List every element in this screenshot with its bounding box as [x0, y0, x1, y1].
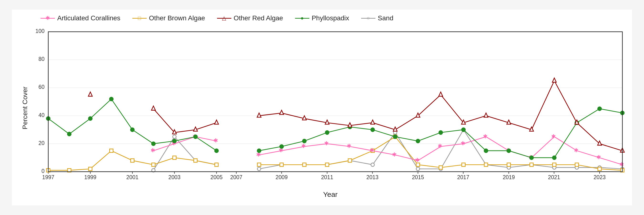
svg-text:80: 80 [38, 56, 44, 62]
svg-rect-74 [325, 163, 329, 166]
svg-text:✱: ✱ [324, 140, 329, 146]
svg-text:60: 60 [38, 84, 44, 90]
svg-rect-66 [131, 159, 134, 162]
legend-item-corallines: ✱ Articulated Corallines [40, 14, 120, 22]
legend-label-corallines: Articulated Corallines [57, 14, 120, 22]
svg-point-124 [393, 135, 397, 139]
svg-rect-85 [575, 163, 579, 166]
svg-text:✱: ✱ [214, 137, 218, 144]
legend-item-brown: □ Other Brown Algae [132, 14, 205, 22]
svg-text:✱: ✱ [483, 133, 488, 139]
svg-text:✱: ✱ [392, 151, 397, 158]
svg-text:2015: 2015 [412, 174, 424, 180]
svg-point-113 [130, 128, 134, 132]
svg-text:2013: 2013 [366, 174, 378, 180]
svg-rect-67 [152, 163, 155, 166]
legend-item-sand: ○ Sand [361, 14, 393, 22]
svg-text:40: 40 [38, 112, 44, 118]
svg-text:✱: ✱ [438, 143, 442, 149]
legend-label-brown: Other Brown Algae [149, 14, 205, 22]
svg-point-131 [552, 156, 556, 160]
legend-item-red: △ Other Red Algae [217, 14, 283, 22]
svg-rect-78 [416, 163, 420, 166]
y-axis-label: Percent Cover [21, 87, 29, 129]
svg-text:2011: 2011 [321, 174, 333, 180]
svg-rect-82 [507, 163, 511, 166]
svg-point-126 [439, 130, 443, 134]
svg-rect-72 [280, 163, 283, 166]
svg-point-110 [67, 132, 71, 136]
svg-rect-80 [462, 163, 465, 166]
svg-point-120 [302, 139, 306, 143]
svg-point-118 [257, 149, 261, 153]
svg-text:100: 100 [36, 28, 44, 34]
svg-text:✱: ✱ [301, 143, 306, 149]
svg-rect-70 [215, 163, 218, 166]
svg-rect-86 [598, 167, 602, 171]
svg-text:2021: 2021 [548, 174, 560, 180]
svg-text:✱: ✱ [415, 157, 420, 163]
svg-text:✱: ✱ [620, 161, 624, 167]
svg-rect-81 [484, 163, 488, 166]
svg-point-130 [530, 156, 534, 160]
svg-point-111 [88, 117, 92, 121]
svg-point-127 [462, 128, 466, 132]
chart-svg: 0 20 40 60 80 100 [34, 27, 627, 189]
svg-rect-71 [257, 163, 261, 166]
svg-point-52 [416, 167, 420, 171]
svg-text:2019: 2019 [503, 174, 515, 180]
svg-text:2009: 2009 [276, 174, 288, 180]
svg-point-50 [371, 163, 374, 166]
svg-rect-79 [439, 166, 442, 169]
x-axis-label: Year [323, 190, 338, 198]
svg-rect-69 [194, 159, 197, 162]
svg-text:2007: 2007 [230, 174, 242, 180]
svg-rect-73 [303, 163, 306, 166]
legend: ✱ Articulated Corallines □ Other Brown A… [40, 14, 627, 22]
svg-rect-0 [48, 32, 622, 172]
svg-text:1997: 1997 [42, 174, 54, 180]
svg-text:0: 0 [42, 168, 44, 174]
svg-point-117 [214, 149, 218, 153]
svg-point-116 [194, 135, 198, 139]
svg-rect-84 [553, 163, 556, 166]
svg-point-42 [173, 135, 176, 139]
svg-point-129 [507, 149, 511, 153]
svg-text:2017: 2017 [457, 174, 470, 180]
svg-text:2003: 2003 [168, 174, 180, 180]
svg-point-123 [371, 128, 375, 132]
svg-text:✱: ✱ [370, 147, 374, 153]
svg-point-112 [110, 97, 114, 101]
svg-text:✱: ✱ [347, 143, 351, 149]
svg-text:2023: 2023 [594, 174, 606, 180]
svg-point-133 [598, 107, 602, 111]
legend-label-sand: Sand [378, 14, 393, 22]
svg-text:✱: ✱ [150, 147, 155, 153]
svg-rect-68 [173, 156, 176, 160]
svg-point-115 [172, 139, 176, 143]
svg-text:2001: 2001 [126, 174, 138, 180]
svg-point-125 [416, 139, 420, 143]
svg-rect-64 [88, 167, 92, 171]
svg-text:✱: ✱ [460, 140, 465, 146]
svg-text:1999: 1999 [84, 174, 96, 180]
svg-rect-83 [530, 163, 533, 166]
legend-label-red: Other Red Algae [234, 14, 283, 22]
svg-point-121 [325, 130, 329, 134]
svg-rect-65 [110, 149, 113, 153]
svg-text:20: 20 [38, 140, 44, 146]
svg-text:✱: ✱ [596, 154, 601, 160]
chart-container: ✱ Articulated Corallines □ Other Brown A… [12, 10, 632, 205]
svg-text:2005: 2005 [210, 174, 222, 180]
legend-item-phyllospadix: ● Phyllospadix [295, 14, 349, 22]
svg-point-119 [280, 144, 284, 149]
svg-point-114 [152, 142, 156, 146]
svg-text:✱: ✱ [574, 147, 578, 153]
svg-text:✱: ✱ [551, 133, 556, 139]
svg-point-45 [257, 167, 261, 171]
svg-point-128 [484, 149, 488, 153]
legend-label-phyllospadix: Phyllospadix [312, 14, 349, 22]
svg-rect-75 [348, 159, 352, 162]
